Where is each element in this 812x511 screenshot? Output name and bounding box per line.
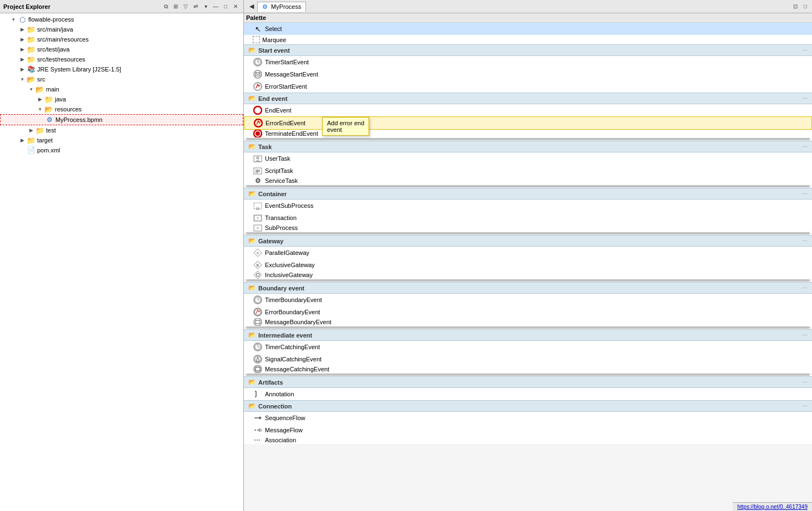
palette-item-end-event[interactable]: EndEvent	[244, 104, 812, 116]
xml-file-icon: 📄	[27, 146, 35, 155]
filter-icon[interactable]: ▽	[181, 2, 190, 11]
palette-item-message-catching-event[interactable]: MessageCatchingEvent	[244, 365, 812, 373]
palette-item-label: ErrorEndEvent	[265, 120, 305, 126]
palette-title: Palette	[246, 14, 810, 21]
tree-label: src/test/java	[37, 46, 70, 53]
collapse-icon[interactable]: ⋯	[802, 285, 808, 291]
tree-item-flowable-process[interactable]: ▾ ⬡ flowable-process	[0, 14, 243, 24]
palette-item-select[interactable]: ↖ Select	[244, 23, 812, 35]
restore-icon[interactable]: ⊡	[791, 2, 800, 11]
tree-item-pom-xml[interactable]: ▶ 📄 pom.xml	[0, 145, 243, 155]
link-icon[interactable]: ⇌	[191, 2, 200, 11]
tree-item-myprocess-bpmn[interactable]: ⚙ MyProcess.bpmn	[0, 114, 243, 125]
palette-item-label: Transaction	[265, 214, 297, 221]
project-explorer-title: Project Explorer	[3, 3, 159, 10]
tree-item-test[interactable]: ▶ 📁 test	[0, 125, 243, 135]
section-boundary-event[interactable]: 📂 Boundary event ⋯	[244, 282, 812, 294]
section-connection[interactable]: 📂 Connection ⋯	[244, 400, 812, 412]
section-intermediate-event[interactable]: 📂 Intermediate event ⋯	[244, 329, 812, 341]
view-menu-icon[interactable]: ▾	[201, 2, 210, 11]
tree-item-src-main-resources[interactable]: ▶ 📁 src/main/resources	[0, 34, 243, 44]
tree-item-resources[interactable]: ▾ 📂 resources	[0, 104, 243, 114]
section-label: Start event	[258, 47, 802, 54]
minimize-icon[interactable]: —	[211, 2, 220, 11]
tree-label: java	[55, 96, 66, 103]
section-folder-icon: 📂	[248, 237, 256, 244]
tree-label: pom.xml	[37, 147, 60, 154]
close-icon[interactable]: ✕	[231, 2, 240, 11]
palette-item-message-boundary-event[interactable]: MessageBoundaryEvent	[244, 318, 812, 326]
palette-item-inclusive-gateway[interactable]: InclusiveGateway	[244, 271, 812, 279]
tree-item-target[interactable]: ▶ 📁 target	[0, 135, 243, 145]
palette-item-error-end-event[interactable]: ErrorEndEvent Add error end event	[244, 116, 812, 130]
section-end-event[interactable]: 📂 End event ⋯	[244, 93, 812, 104]
svg-point-7	[254, 106, 262, 114]
message-boundary-icon	[253, 318, 263, 326]
palette-item-parallel-gateway[interactable]: + ParallelGateway	[244, 247, 812, 259]
palette-item-timer-catching-event[interactable]: TimerCatchingEvent	[244, 341, 812, 353]
palette-back-btn[interactable]: ◀	[246, 1, 257, 12]
section-label: Connection	[258, 403, 802, 410]
palette-item-error-boundary-event[interactable]: ErrorBoundaryEvent	[244, 306, 812, 318]
user-task-icon	[253, 154, 263, 163]
tree-item-java[interactable]: ▶ 📁 java	[0, 94, 243, 104]
palette-item-script-task[interactable]: ScriptTask	[244, 165, 812, 177]
section-task[interactable]: 📂 Task ⋯	[244, 141, 812, 152]
service-task-icon: ⚙	[253, 177, 263, 185]
palette-item-service-task[interactable]: ⚙ ServiceTask	[244, 177, 812, 185]
palette-item-annotation[interactable]: Annotation	[244, 388, 812, 400]
palette-item-signal-catching-event[interactable]: SignalCatchingEvent	[244, 353, 812, 365]
folder-icon: 📁	[27, 25, 35, 34]
tree-item-main[interactable]: ▾ 📂 main	[0, 84, 243, 94]
section-folder-icon: 📂	[248, 284, 256, 292]
tree-item-src-main-java[interactable]: ▶ 📁 src/main/java	[0, 24, 243, 34]
collapse-icon[interactable]: ⋯	[802, 191, 808, 197]
myprocess-tab[interactable]: ⚙ MyProcess	[257, 2, 306, 12]
section-gateway[interactable]: 📂 Gateway ⋯	[244, 235, 812, 247]
palette-item-sub-process[interactable]: + SubProcess	[244, 224, 812, 232]
palette-item-message-flow[interactable]: MessageFlow	[244, 424, 812, 436]
palette-item-marquee[interactable]: Marquee	[244, 35, 812, 44]
tree-label: test	[46, 127, 56, 134]
palette-item-association[interactable]: Association	[244, 436, 812, 444]
section-start-event[interactable]: 📂 Start event ⋯	[244, 44, 812, 56]
maximize-tab-icon[interactable]: □	[801, 2, 810, 11]
collapse-all-icon[interactable]: ⧉	[161, 2, 170, 11]
timer-start-icon	[253, 57, 263, 67]
palette-item-timer-start-event[interactable]: TimerStartEvent	[244, 56, 812, 68]
collapse-icon[interactable]: ⋯	[802, 403, 808, 409]
palette-item-user-task[interactable]: UserTask	[244, 152, 812, 165]
section-folder-icon: 📂	[248, 47, 256, 54]
collapse-icon[interactable]: ⋯	[802, 379, 808, 385]
maximize-icon[interactable]: □	[221, 2, 230, 11]
section-folder-icon: 📂	[248, 95, 256, 102]
section-artifacts[interactable]: 📂 Artifacts ⋯	[244, 376, 812, 388]
palette-item-sequence-flow[interactable]: SequenceFlow	[244, 412, 812, 424]
expand-all-icon[interactable]: ⊞	[171, 2, 180, 11]
tree-item-src[interactable]: ▾ 📂 src	[0, 74, 243, 84]
tree-label: src	[37, 76, 45, 83]
palette-item-event-sub-process[interactable]: EventSubProcess	[244, 200, 812, 212]
collapse-icon[interactable]: ⋯	[802, 238, 808, 244]
signal-catching-icon	[253, 354, 263, 364]
collapse-icon[interactable]: ⋯	[802, 95, 808, 101]
palette-item-timer-boundary-event[interactable]: TimerBoundaryEvent	[244, 294, 812, 306]
tree-item-src-test-java[interactable]: ▶ 📁 src/test/java	[0, 44, 243, 54]
collapse-icon[interactable]: ⋯	[802, 47, 808, 53]
message-flow-icon	[253, 425, 263, 435]
palette-item-exclusive-gateway[interactable]: ✕ ExclusiveGateway	[244, 259, 812, 271]
palette-item-error-start-event[interactable]: ErrorStartEvent	[244, 80, 812, 93]
palette-item-label: SubProcess	[265, 224, 298, 231]
palette-item-transaction[interactable]: + Transaction	[244, 212, 812, 224]
section-container[interactable]: 📂 Container ⋯	[244, 188, 812, 200]
tree-item-jre[interactable]: ▶ 📚 JRE System Library [J2SE-1.5]	[0, 64, 243, 74]
tree-item-src-test-resources[interactable]: ▶ 📁 src/test/resources	[0, 54, 243, 64]
palette-item-message-start-event[interactable]: MessageStartEvent	[244, 68, 812, 80]
status-bar[interactable]: https://blog.o.net/0..4617349	[733, 502, 812, 511]
error-boundary-icon	[253, 307, 263, 317]
palette-item-label: ParallelGateway	[265, 249, 309, 256]
collapse-icon[interactable]: ⋯	[802, 144, 808, 150]
collapse-icon[interactable]: ⋯	[802, 332, 808, 338]
folder-icon: 📁	[35, 126, 44, 135]
error-end-icon	[253, 118, 263, 128]
